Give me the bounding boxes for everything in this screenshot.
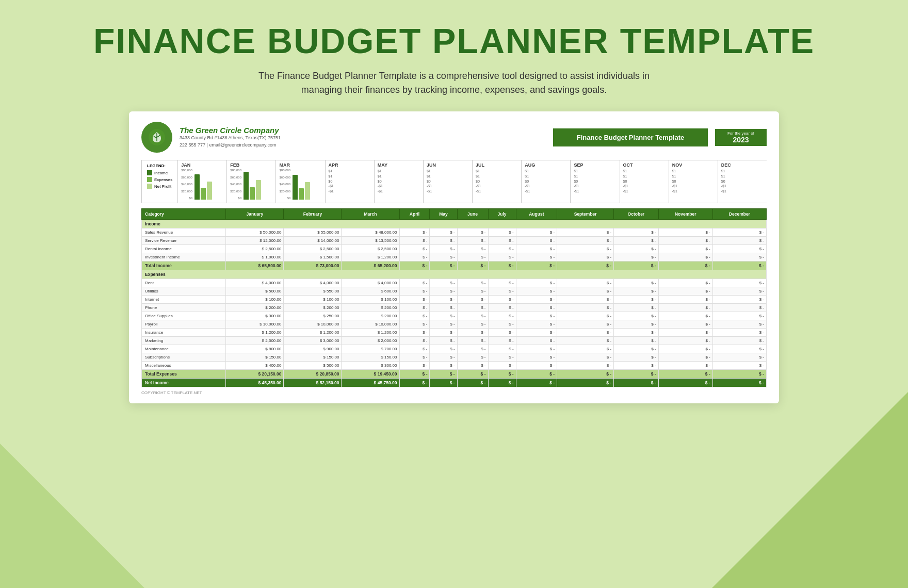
- income-label: Income: [142, 220, 767, 228]
- legend-income-label: Income: [154, 171, 168, 175]
- budget-table: Category January February March April Ma…: [141, 208, 767, 387]
- col-may: May: [430, 209, 457, 220]
- legend-title: LEGEND:: [147, 164, 172, 168]
- mar-netprofit-bar: [305, 182, 310, 200]
- col-january: January: [226, 209, 284, 220]
- company-info: The Green Circle Company 3433 County Rd …: [180, 126, 546, 149]
- template-title-box: Finance Budget Planner Template: [553, 128, 708, 146]
- chart-legend: LEGEND: Income Expenses Net Profit: [142, 160, 178, 203]
- mar-bars: [293, 169, 310, 200]
- table-row: Payroll$ 10,000.00$ 10,000.00$ 10,000.00…: [142, 320, 767, 329]
- chart-nov: NOV $1$1$0-$1-$1: [669, 160, 718, 203]
- col-june: June: [457, 209, 488, 220]
- feb-netprofit-bar: [256, 180, 261, 200]
- chart-jun: JUN $1$1$0-$1-$1: [424, 160, 473, 203]
- feb-expense-bar: [250, 187, 255, 200]
- company-logo: [141, 122, 172, 153]
- legend-expenses: Expenses: [147, 177, 172, 182]
- col-february: February: [284, 209, 342, 220]
- col-november: November: [658, 209, 712, 220]
- table-row: Internet$ 100.00$ 100.00$ 100.00$ -$ -$ …: [142, 296, 767, 304]
- year-label: For the year of: [721, 131, 760, 136]
- chart-jul: JUL $1$1$0-$1-$1: [473, 160, 522, 203]
- income-section-header: Income: [142, 220, 767, 228]
- table-row: Investment Income$ 1,000.00$ 1,500.00$ 1…: [142, 253, 767, 262]
- feb-bars: [244, 169, 261, 200]
- table-row: Subscriptions$ 150.00$ 150.00$ 150.00$ -…: [142, 353, 767, 362]
- col-october: October: [614, 209, 658, 220]
- col-august: August: [516, 209, 557, 220]
- chart-dec: DEC $1$1$0-$1-$1: [718, 160, 767, 203]
- legend-expenses-label: Expenses: [154, 177, 172, 182]
- chart-feb: FEB $80,000$60,000$40,000$20,000$0: [227, 160, 276, 203]
- jan-netprofit-bar: [207, 182, 212, 200]
- chart-apr: APR $1$1$0-$1-$1: [326, 160, 375, 203]
- company-name: The Green Circle Company: [180, 126, 546, 135]
- legend-netprofit-label: Net Profit: [154, 184, 171, 189]
- table-row: Rental Income$ 2,500.00$ 2,500.00$ 2,500…: [142, 245, 767, 253]
- year-box: For the year of 2023: [715, 129, 767, 146]
- table-row: Phone$ 200.00$ 200.00$ 200.00$ -$ -$ -$ …: [142, 304, 767, 312]
- company-contact: 222 555 777 | email@greencirclecompany.c…: [180, 142, 546, 149]
- table-row: Service Revenue$ 12,000.00$ 14,000.00$ 1…: [142, 237, 767, 245]
- expenses-section-header: Expenses: [142, 270, 767, 279]
- jan-bars: [194, 169, 212, 200]
- mar-income-bar: [293, 175, 298, 200]
- col-april: April: [399, 209, 430, 220]
- col-july: July: [488, 209, 516, 220]
- bg-decoration-left: [0, 444, 144, 588]
- table-row: Total Income$ 65,500.00$ 73,000.00$ 65,2…: [142, 262, 767, 270]
- chart-may: MAY $1$1$0-$1-$1: [375, 160, 424, 203]
- company-address: 3433 County Rd #1436 Athens, Texas(TX) 7…: [180, 135, 546, 142]
- table-row: Rent$ 4,000.00$ 4,000.00$ 4,000.00$ -$ -…: [142, 279, 767, 287]
- jan-expense-bar: [201, 188, 206, 200]
- table-row: Sales Revenue$ 50,000.00$ 55,000.00$ 48,…: [142, 228, 767, 237]
- chart-aug: AUG $1$1$0-$1-$1: [522, 160, 571, 203]
- legend-income: Income: [147, 170, 172, 175]
- chart-sep: SEP $1$1$0-$1-$1: [571, 160, 620, 203]
- year-value: 2023: [721, 136, 760, 144]
- table-row: Marketing$ 2,500.00$ 3,000.00$ 2,000.00$…: [142, 337, 767, 345]
- table-row: Miscellaneous$ 400.00$ 500.00$ 300.00$ -…: [142, 362, 767, 370]
- table-row: Office Supplies$ 300.00$ 250.00$ 200.00$…: [142, 312, 767, 320]
- table-row: Utilities$ 500.00$ 550.00$ 600.00$ -$ -$…: [142, 287, 767, 296]
- main-card: The Green Circle Company 3433 County Rd …: [129, 111, 779, 403]
- chart-oct: OCT $1$1$0-$1-$1: [620, 160, 669, 203]
- table-row: Total Expenses$ 20,150.00$ 20,850.00$ 19…: [142, 370, 767, 379]
- table-row: Maintenance$ 800.00$ 900.00$ 700.00$ -$ …: [142, 345, 767, 353]
- chart-jan: JAN $80,000$60,000$40,000$20,000$0: [178, 160, 227, 203]
- legend-netprofit-color: [147, 184, 152, 189]
- mar-expense-bar: [299, 188, 304, 200]
- legend-netprofit: Net Profit: [147, 184, 172, 189]
- col-december: December: [712, 209, 766, 220]
- chart-mar: MAR $80,000$60,000$40,000$20,000$0: [276, 160, 325, 203]
- col-september: September: [557, 209, 614, 220]
- table-row: Insurance$ 1,200.00$ 1,200.00$ 1,200.00$…: [142, 329, 767, 337]
- charts-section: LEGEND: Income Expenses Net Profit JAN: [141, 160, 767, 203]
- bg-decoration-right: [712, 392, 908, 588]
- col-march: March: [342, 209, 399, 220]
- col-category: Category: [142, 209, 226, 220]
- card-header: The Green Circle Company 3433 County Rd …: [141, 122, 767, 153]
- page-subtitle: The Finance Budget Planner Template is a…: [242, 69, 666, 97]
- feb-income-bar: [244, 172, 249, 200]
- jan-income-bar: [194, 174, 200, 200]
- page-container: FINANCE BUDGET PLANNER TEMPLATE The Fina…: [0, 0, 908, 414]
- page-title: FINANCE BUDGET PLANNER TEMPLATE: [93, 21, 815, 61]
- copyright: COPYRIGHT © TEMPLATE.NET: [141, 390, 767, 395]
- table-row: Net Income$ 45,350.00$ 52,150.00$ 45,750…: [142, 379, 767, 387]
- legend-expenses-color: [147, 177, 152, 182]
- legend-income-color: [147, 170, 152, 175]
